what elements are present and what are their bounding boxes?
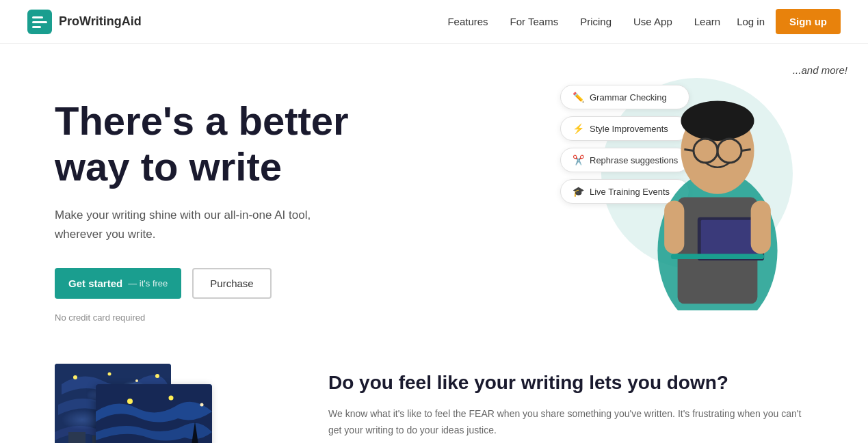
painting-stack: My idea in my head — [55, 364, 287, 443]
hero-section: There's a better way to write Make your … — [0, 44, 868, 350]
no-credit-text: No credit card required — [55, 312, 349, 323]
svg-rect-3 — [32, 26, 41, 28]
style-icon: ⚡ — [572, 122, 584, 135]
free-label: — it's free — [128, 278, 168, 288]
nav-use-app[interactable]: Use App — [633, 16, 672, 27]
svg-point-19 — [73, 375, 77, 379]
svg-point-29 — [200, 403, 204, 406]
lower-description: We know what it's like to feel the FEAR … — [328, 406, 813, 439]
hero-subtitle: Make your writing shine with our all-in-… — [55, 206, 315, 243]
login-button[interactable]: Log in — [737, 16, 765, 27]
purchase-button[interactable]: Purchase — [192, 268, 271, 299]
painting-foreground — [96, 384, 212, 443]
nav-features[interactable]: Features — [447, 16, 488, 27]
person-image — [629, 64, 806, 310]
lower-text-area: Do you feel like your writing lets you d… — [328, 364, 813, 439]
svg-line-11 — [684, 150, 694, 151]
person-svg — [629, 64, 806, 310]
logo-area[interactable]: ProWritingAid — [27, 10, 142, 34]
svg-rect-1 — [32, 16, 43, 18]
logo-icon — [27, 10, 52, 34]
hero-buttons: Get started — it's free Purchase — [55, 268, 349, 299]
signup-button[interactable]: Sign up — [776, 9, 841, 34]
svg-rect-17 — [751, 200, 771, 254]
svg-point-22 — [155, 374, 159, 378]
svg-rect-2 — [32, 21, 47, 23]
svg-point-28 — [169, 395, 174, 400]
nav-for-teams[interactable]: For Teams — [510, 16, 559, 27]
hero-content: There's a better way to write Make your … — [55, 85, 349, 323]
svg-point-7 — [681, 101, 754, 141]
brand-name: ProWritingAid — [59, 14, 142, 29]
nav-links: Features For Teams Pricing Use App Learn — [447, 16, 720, 27]
svg-point-20 — [108, 372, 111, 375]
svg-rect-24 — [68, 432, 86, 443]
lower-section: My idea in my head Do you feel like your… — [0, 364, 868, 443]
lower-image-area: My idea in my head — [55, 364, 287, 443]
navbar: ProWritingAid Features For Teams Pricing… — [0, 0, 868, 44]
nav-pricing[interactable]: Pricing — [580, 16, 611, 27]
training-icon: 🎓 — [572, 185, 584, 198]
svg-line-12 — [741, 150, 751, 151]
get-started-button[interactable]: Get started — it's free — [55, 268, 181, 299]
painting-front-svg — [96, 384, 212, 443]
nav-learn[interactable]: Learn — [694, 16, 720, 27]
svg-rect-15 — [671, 254, 764, 259]
hero-illustration: ...and more! ✏️ Grammar Checking ⚡ Style… — [560, 44, 847, 331]
lower-title: Do you feel like your writing lets you d… — [328, 371, 813, 395]
svg-point-21 — [135, 379, 138, 382]
svg-point-27 — [127, 399, 133, 404]
grammar-icon: ✏️ — [572, 91, 584, 103]
rephrase-icon: ✂️ — [572, 154, 584, 166]
hero-title: There's a better way to write — [55, 98, 349, 189]
svg-rect-16 — [664, 200, 684, 254]
